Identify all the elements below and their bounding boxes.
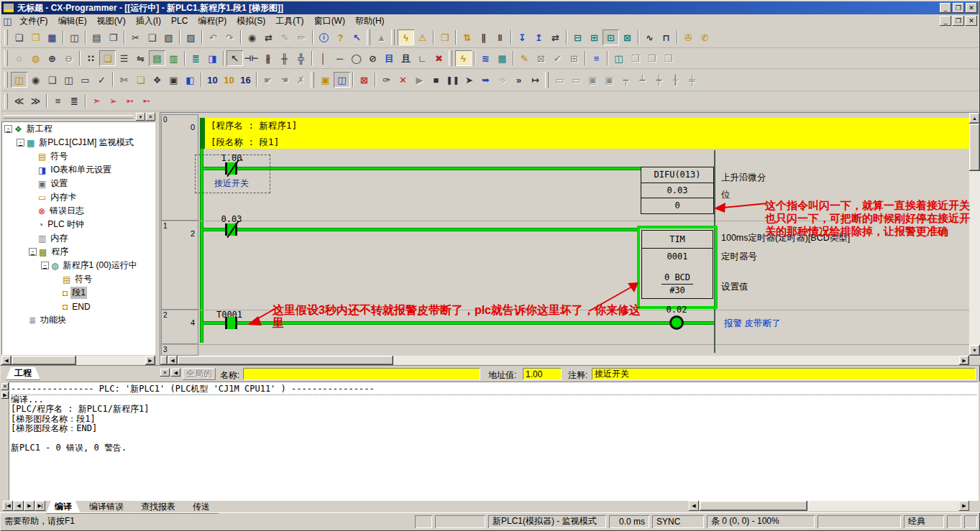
tree-item-section1[interactable]: ◘段1: [2, 286, 155, 300]
child-minimize-button[interactable]: _: [940, 16, 951, 26]
ladder-scroll-down-button[interactable]: ▼: [969, 345, 980, 356]
find-button[interactable]: ◉: [244, 29, 260, 45]
status-resize-grip[interactable]: [964, 515, 977, 528]
work-online-button[interactable]: ϟ: [398, 29, 414, 45]
new-instruction-button[interactable]: 目: [381, 50, 398, 66]
network-tool-7-button[interactable]: ┿: [651, 72, 667, 88]
network-tool-1-button[interactable]: ▭: [551, 72, 568, 88]
menu-edit[interactable]: 编辑(E): [53, 14, 92, 28]
global-toggle-button[interactable]: 全局的: [183, 368, 216, 380]
goto-next-address-button[interactable]: ➵: [138, 93, 155, 109]
find-replace-button[interactable]: ✏: [293, 29, 310, 45]
tree-item-project[interactable]: -❖新工程: [2, 122, 155, 136]
new-closed-coil-button[interactable]: ⊘: [365, 50, 381, 66]
output-last-tab-button[interactable]: ▶|: [35, 501, 45, 511]
sim-pause-button[interactable]: ❚❚: [444, 72, 461, 88]
tree-item-program-symbols[interactable]: ▤符号: [2, 272, 155, 286]
transfer-from-plc-button[interactable]: ↥: [531, 29, 547, 45]
new-vertical-button[interactable]: │: [315, 50, 331, 66]
cancel-pause-button[interactable]: ✕: [395, 72, 411, 88]
tree-scroll-left-button[interactable]: ◀: [1, 356, 12, 365]
tab-project[interactable]: 工程: [6, 367, 40, 380]
simulator-online-button[interactable]: ◫: [334, 72, 350, 88]
copy-button[interactable]: ❑: [144, 29, 160, 45]
set-protection-button[interactable]: ✇: [680, 29, 697, 45]
addressbar-close-button[interactable]: ✕: [160, 369, 170, 377]
menu-file[interactable]: 文件(F): [14, 14, 52, 28]
output-first-tab-button[interactable]: |◀: [3, 501, 13, 511]
workspace-grip[interactable]: [4, 115, 133, 119]
tree-expand-toggle[interactable]: -: [29, 248, 37, 256]
contact-0.03[interactable]: [225, 223, 237, 236]
io-comment-view-button[interactable]: ≡: [588, 50, 605, 66]
watch-window-button[interactable]: ❑: [44, 72, 60, 88]
force-off-button[interactable]: ☚: [276, 72, 293, 88]
paste-attributes-button[interactable]: ▨: [183, 29, 199, 45]
print-preview-button[interactable]: ❒: [105, 29, 122, 45]
help-topics-button[interactable]: ?: [332, 29, 349, 45]
transfer-to-plc-button[interactable]: ↧: [514, 29, 531, 45]
online-transfer-button[interactable]: ▦: [494, 50, 510, 66]
workspace-close-button[interactable]: ✕: [146, 113, 155, 121]
pause-monitor-button[interactable]: ∥: [475, 29, 492, 45]
save-project-button[interactable]: ▦: [44, 29, 60, 45]
bookmark-button[interactable]: ❖: [149, 72, 165, 88]
force-cancel-button[interactable]: ✗: [293, 72, 309, 88]
view-reusable-file-button[interactable]: ◫: [66, 29, 83, 45]
cross-reference-button[interactable]: ◉: [27, 72, 44, 88]
cascade-project-window-button[interactable]: ◫: [11, 72, 27, 88]
tim-selected-block[interactable]: TIM 0001 0 BCD #30: [637, 226, 718, 309]
undo-button[interactable]: ↶: [205, 29, 221, 45]
rung-comment-list-button[interactable]: ❏: [132, 72, 149, 88]
new-or-contact-button[interactable]: ╫: [276, 50, 293, 66]
view-mnemonics-button[interactable]: ≣: [188, 50, 204, 66]
rung-gutter-cell[interactable]: 24: [161, 310, 198, 344]
monitor-warning-button[interactable]: ⚠: [414, 29, 431, 45]
pause-scan-button[interactable]: ✑: [378, 72, 395, 88]
pause-button[interactable]: ‖: [492, 29, 508, 45]
indent-rung-button[interactable]: ≫: [27, 93, 44, 109]
tree-expand-toggle[interactable]: -: [41, 262, 49, 269]
menu-view[interactable]: 视图(V): [92, 14, 131, 28]
ladder-scroll-right-button[interactable]: ▶: [959, 356, 969, 365]
address-substitute-button[interactable]: ⇄: [260, 29, 277, 45]
new-coil-button[interactable]: ◯: [348, 50, 365, 66]
dialog-editor-button[interactable]: ▣: [165, 72, 182, 88]
output-next-tab-button[interactable]: ▶: [24, 501, 35, 511]
outdent-rung-button[interactable]: ≪: [11, 93, 27, 109]
replace-button[interactable]: ✎: [277, 29, 293, 45]
network-tool-5-button[interactable]: ┯: [618, 72, 634, 88]
zoom-fit-button[interactable]: ◌: [11, 50, 27, 66]
tree-scroll-right-button[interactable]: ▶: [145, 356, 155, 365]
menu-help[interactable]: 帮助(H): [350, 14, 390, 28]
tree-item-program1[interactable]: -◍新程序1 (00)运行中: [2, 259, 155, 272]
new-horizontal-button[interactable]: ─: [331, 50, 348, 66]
comment-input[interactable]: [592, 368, 976, 380]
sim-step-button[interactable]: ➤: [461, 72, 477, 88]
address-input[interactable]: [523, 368, 562, 380]
close-window-3-button[interactable]: ❒: [660, 50, 677, 66]
sim-stop-button[interactable]: ■: [428, 72, 444, 88]
rung-gutter-cell[interactable]: 3: [161, 344, 198, 356]
mode-program-button[interactable]: ⊟: [569, 29, 586, 45]
view-dialogs-button[interactable]: ◨: [204, 50, 221, 66]
new-line-corner-button[interactable]: ∟: [414, 50, 431, 66]
confirm-online-edit-button[interactable]: ✔: [549, 50, 566, 66]
tree-expand-toggle[interactable]: -: [17, 139, 24, 147]
new-contact-button[interactable]: ⊣⊢: [243, 50, 260, 66]
paste-button[interactable]: ▧: [160, 29, 177, 45]
cut-button[interactable]: ✂: [127, 29, 144, 45]
rung-comment-banner[interactable]: [程序名 : 新程序1] [段名称 : 段1]: [200, 118, 969, 149]
tree-item-memory-card[interactable]: ▭内存卡: [2, 190, 155, 204]
context-help-button[interactable]: ↖: [349, 29, 365, 45]
output-scroll-left-button[interactable]: ◀: [689, 501, 699, 511]
tree-item-error-log[interactable]: ⊗错误日志: [2, 204, 155, 218]
show-local-symbols-button[interactable]: ▥: [165, 50, 182, 66]
ladder-scroll-up-button[interactable]: ▲: [969, 113, 980, 124]
monitor-in-window-button[interactable]: ◫: [610, 50, 627, 66]
send-online-changes-button[interactable]: ≋: [477, 50, 494, 66]
new-project-button[interactable]: ❏: [11, 29, 27, 45]
address-reference-tool-button[interactable]: ▭: [77, 72, 93, 88]
tree-item-function-blocks[interactable]: ≣功能块: [2, 313, 155, 327]
redo-button[interactable]: ↷: [221, 29, 238, 45]
